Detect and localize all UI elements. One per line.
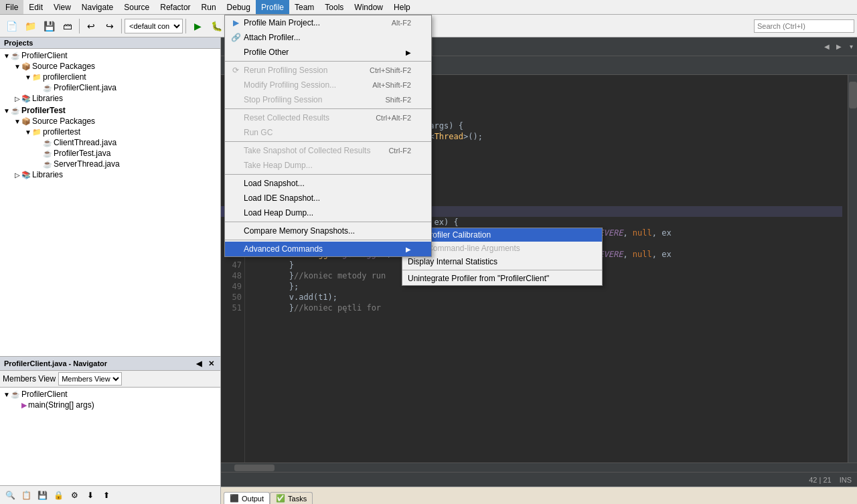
tree-profilerclient-java[interactable]: ▷ ☕ ProfilerClient.java: [0, 82, 220, 93]
tree-profilerclient[interactable]: ▼ ☕ ProfilerClient: [0, 50, 220, 61]
ln-48: 48: [221, 270, 242, 281]
tab-dropdown[interactable]: ▾: [845, 37, 857, 56]
reset-icon: [230, 112, 241, 123]
vscroll-thumb[interactable]: [849, 82, 857, 108]
tree-profilertest-java[interactable]: ▷ ☕ ProfilerTest.java: [0, 148, 220, 159]
save-all-btn[interactable]: 🗃: [59, 17, 76, 35]
nav-btn-1[interactable]: 🔍: [3, 488, 17, 503]
menu-profile-main-project[interactable]: ▶ Profile Main Project... Alt-F2: [225, 15, 431, 30]
menu-advanced-commands[interactable]: Advanced Commands ▶: [225, 242, 431, 256]
modify-icon: [230, 80, 241, 90]
tab-scroll-right[interactable]: ▶: [833, 37, 845, 56]
tree-profilertest-pkg[interactable]: ▼ 📁 profilertest: [0, 127, 220, 137]
members-dropdown[interactable]: Members View: [58, 372, 122, 386]
submenu-unintegrate[interactable]: Unintegrate Profiler from "ProfilerClien…: [402, 272, 602, 285]
load-ide-label: Load IDE Snapshot...: [244, 193, 320, 203]
output-tab[interactable]: ⬛ Output: [224, 492, 270, 504]
tree-label-libraries-1: Libraries: [32, 94, 63, 103]
expand-libraries-2[interactable]: ▷: [13, 171, 21, 179]
menu-tools[interactable]: Tools: [319, 0, 349, 14]
nav-btn-3[interactable]: 💾: [35, 488, 50, 503]
menu-profile-other[interactable]: Profile Other ▶: [225, 45, 431, 60]
menu-navigate[interactable]: Navigate: [76, 0, 119, 14]
nav-profilerclient[interactable]: ▼ ☕ ProfilerClient: [0, 389, 220, 400]
snapshot-icon: [230, 145, 241, 156]
submenu-run-calibration[interactable]: Run Profiler Calibration: [402, 228, 602, 242]
new-project-btn[interactable]: 📄: [3, 17, 20, 35]
search-input[interactable]: [754, 19, 854, 33]
redo-btn[interactable]: ↪: [101, 17, 119, 35]
menu-view[interactable]: View: [48, 0, 76, 14]
stop-profiling-label: Stop Profiling Session: [244, 95, 322, 104]
tree-libraries-2[interactable]: ▷ 📚 Libraries: [0, 169, 220, 180]
menu-team[interactable]: Team: [289, 0, 319, 14]
menu-load-snapshot[interactable]: Load Snapshot...: [225, 176, 431, 191]
submenu-display-internal[interactable]: Display Internal Statistics: [402, 255, 602, 268]
menu-run[interactable]: Run: [196, 0, 222, 14]
editor-hscrollbar[interactable]: [221, 463, 857, 472]
nav-close-btn[interactable]: ✕: [206, 358, 216, 369]
menu-profile[interactable]: Profile: [256, 0, 289, 14]
menu-load-ide-snapshot[interactable]: Load IDE Snapshot...: [225, 191, 431, 205]
run-btn[interactable]: ▶: [189, 17, 206, 35]
java-file-icon-3: ☕: [43, 149, 52, 158]
save-btn[interactable]: 💾: [40, 17, 58, 35]
nav-btn-7[interactable]: ⬆: [99, 488, 114, 503]
menu-attach-profiler[interactable]: 🔗 Attach Profiler...: [225, 30, 431, 45]
profile-other-arrow: ▶: [406, 49, 411, 56]
expand-source-packages-2[interactable]: ▼: [13, 118, 21, 125]
run-gc-icon: [230, 127, 241, 138]
nav-main-method[interactable]: ▷ ▶ main(String[] args): [0, 400, 220, 410]
project-combo[interactable]: <default con: [125, 19, 183, 33]
profile-other-icon: [230, 47, 241, 58]
tab-nav-arrows: ◀ ▶ ▾: [821, 37, 857, 56]
menu-debug[interactable]: Debug: [222, 0, 256, 14]
menu-rerun: ⟳ Rerun Profiling Session Ctrl+Shift-F2: [225, 63, 431, 78]
menu-load-heap-dump[interactable]: Load Heap Dump...: [225, 205, 431, 220]
expand-profilertest[interactable]: ▼: [3, 107, 11, 114]
expand-libraries-1[interactable]: ▷: [13, 95, 21, 102]
reset-label: Reset Collected Results: [244, 113, 329, 122]
run-gc-label: Run GC: [244, 128, 272, 137]
editor-vscrollbar[interactable]: [848, 75, 857, 463]
load-snapshot-icon: [230, 178, 241, 189]
nav-collapse-btn[interactable]: ◀: [193, 358, 204, 369]
menu-source[interactable]: Source: [119, 0, 155, 14]
open-project-btn[interactable]: 📁: [21, 17, 39, 35]
tree-source-packages-1[interactable]: ▼ 📦 Source Packages: [0, 61, 220, 72]
tab-scroll-left[interactable]: ◀: [821, 37, 833, 56]
debug-btn[interactable]: 🐛: [208, 17, 225, 35]
menu-compare-memory[interactable]: Compare Memory Snapshots...: [225, 224, 431, 238]
expand-profilertest-pkg[interactable]: ▼: [24, 129, 32, 136]
nav-btn-2[interactable]: 📋: [19, 488, 33, 503]
expand-nav-profilerclient[interactable]: ▼: [3, 391, 11, 398]
expand-source-packages-1[interactable]: ▼: [13, 63, 21, 70]
navigator-header-buttons: ◀ ✕: [193, 358, 216, 369]
output-icon: ⬛: [230, 494, 239, 503]
ln-51: 51: [221, 303, 242, 313]
menu-file[interactable]: File: [0, 0, 23, 14]
java-file-icon-2: ☕: [43, 139, 52, 147]
advanced-label: Advanced Commands: [244, 244, 323, 254]
tree-source-packages-2[interactable]: ▼ 📦 Source Packages: [0, 116, 220, 127]
advanced-arrow: ▶: [406, 246, 411, 253]
menu-window[interactable]: Window: [349, 0, 388, 14]
expand-profilerclient[interactable]: ▼: [3, 52, 11, 60]
tasks-tab[interactable]: ✅ Tasks: [270, 492, 313, 504]
expand-profilerclient-pkg[interactable]: ▼: [24, 74, 32, 81]
tree-libraries-1[interactable]: ▷ 📚 Libraries: [0, 93, 220, 104]
nav-btn-4[interactable]: 🔒: [51, 488, 66, 503]
tree-clientthread-java[interactable]: ▷ ☕ ClientThread.java: [0, 137, 220, 148]
nav-btn-5[interactable]: ⚙: [67, 488, 82, 503]
menu-help[interactable]: Help: [388, 0, 416, 14]
tree-profilerclient-pkg[interactable]: ▼ 📁 profilerclient: [0, 72, 220, 82]
hscroll-thumb[interactable]: [234, 465, 275, 471]
menu-edit[interactable]: Edit: [23, 0, 48, 14]
tree-serverthread-java[interactable]: ▷ ☕ ServerThread.java: [0, 159, 220, 169]
toolbar-sep-3: [185, 19, 186, 33]
tree-profilertest[interactable]: ▼ ☕ ProfilerTest: [0, 105, 220, 116]
menu-take-heap-dump: Take Heap Dump...: [225, 158, 431, 173]
nav-btn-6[interactable]: ⬇: [83, 488, 98, 503]
menu-refactor[interactable]: Refactor: [155, 0, 196, 14]
undo-btn[interactable]: ↩: [82, 17, 100, 35]
